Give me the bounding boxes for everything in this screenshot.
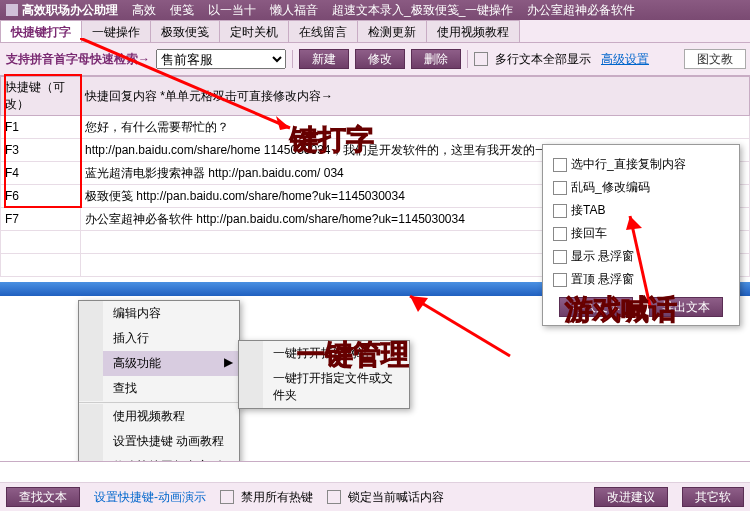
mi-video[interactable]: 使用视频教程 — [79, 404, 239, 429]
category-select[interactable]: 售前客服 — [156, 49, 286, 69]
tab-update[interactable]: 检测更新 — [357, 20, 427, 42]
top-link[interactable]: 办公室超神必备软件 — [527, 2, 635, 19]
disable-all-checkbox[interactable]: 禁用所有热键 — [220, 489, 313, 506]
lock-shout-checkbox[interactable]: 锁定当前喊话内容 — [327, 489, 444, 506]
tab-oneclick[interactable]: 一键操作 — [81, 20, 151, 42]
opt-copy[interactable]: 选中行_直接复制内容 — [551, 153, 731, 176]
search-hint: 支持拼音首字母快速检索→ — [6, 51, 150, 68]
main-area: 快捷键（可改）快捷回复内容 *单单元格双击可直接修改内容→ F1您好，有什么需要… — [0, 76, 750, 468]
mi-set-anim[interactable]: 设置快捷键 动画教程 — [79, 429, 239, 454]
mi-advanced[interactable]: 高级功能▶ — [79, 351, 239, 376]
app-icon — [6, 4, 18, 16]
mi-find[interactable]: 查找 — [79, 376, 239, 401]
tab-notes[interactable]: 极致便笺 — [150, 20, 220, 42]
bottom-bar: 查找文本 设置快捷键-动画演示 禁用所有热键 锁定当前喊话内容 改进建议 其它软 — [0, 461, 750, 511]
opt-tab[interactable]: 接TAB — [551, 199, 731, 222]
opt-float[interactable]: 显示 悬浮窗 — [551, 245, 731, 268]
pictext-button[interactable]: 图文教 — [684, 49, 746, 69]
tab-shutdown[interactable]: 定时关机 — [219, 20, 289, 42]
opt-encoding[interactable]: 乱码_修改编码 — [551, 176, 731, 199]
smi-open-file[interactable]: 一键打开指定文件或文件夹 — [239, 366, 409, 408]
submenu: 一键打开指定网站 一键打开指定文件或文件夹 — [238, 340, 410, 409]
advanced-popup: 选中行_直接复制内容 乱码_修改编码 接TAB 接回车 显示 悬浮窗 置顶 悬浮… — [542, 144, 740, 326]
import-button[interactable]: 导入文本 — [559, 297, 633, 317]
top-link[interactable]: 懒人福音 — [270, 2, 318, 19]
set-hotkey-link[interactable]: 设置快捷键-动画演示 — [94, 489, 206, 506]
edit-button[interactable]: 修改 — [355, 49, 405, 69]
top-link[interactable]: 便笺 — [170, 2, 194, 19]
tab-msg[interactable]: 在线留言 — [288, 20, 358, 42]
other-soft-button[interactable]: 其它软 — [682, 487, 744, 507]
top-link[interactable]: 高效 — [132, 2, 156, 19]
svg-line-2 — [410, 296, 510, 356]
top-link[interactable]: 超速文本录入_极致便笺_一键操作 — [332, 2, 513, 19]
col-content: 快捷回复内容 *单单元格双击可直接修改内容→ — [81, 77, 750, 116]
tab-hotkey[interactable]: 快捷键打字 — [0, 20, 82, 42]
arrow-icon — [400, 286, 520, 366]
opt-top[interactable]: 置顶 悬浮窗 — [551, 268, 731, 291]
chevron-right-icon: ▶ — [224, 355, 233, 369]
export-button[interactable]: 导出文本 — [649, 297, 723, 317]
toolbar: 支持拼音首字母快速检索→ 售前客服 新建 修改 删除 多行文本全部显示 高级设置… — [0, 43, 750, 76]
multiline-checkbox[interactable]: 多行文本全部显示 — [474, 51, 591, 68]
col-hotkey: 快捷键（可改） — [1, 77, 81, 116]
smi-open-site[interactable]: 一键打开指定网站 — [239, 341, 409, 366]
mi-insert[interactable]: 插入行 — [79, 326, 239, 351]
find-text-button[interactable]: 查找文本 — [6, 487, 80, 507]
delete-button[interactable]: 删除 — [411, 49, 461, 69]
top-link[interactable]: 以一当十 — [208, 2, 256, 19]
new-button[interactable]: 新建 — [299, 49, 349, 69]
main-tabs: 快捷键打字 一键操作 极致便笺 定时关机 在线留言 检测更新 使用视频教程 — [0, 20, 750, 43]
title-bar: 高效职场办公助理 高效 便笺 以一当十 懒人福音 超速文本录入_极致便笺_一键操… — [0, 0, 750, 20]
suggest-button[interactable]: 改进建议 — [594, 487, 668, 507]
mi-edit[interactable]: 编辑内容 — [79, 301, 239, 326]
svg-marker-3 — [410, 296, 428, 312]
tab-video[interactable]: 使用视频教程 — [426, 20, 520, 42]
table-row: F1您好，有什么需要帮忙的？ — [1, 116, 750, 139]
opt-enter[interactable]: 接回车 — [551, 222, 731, 245]
app-title: 高效职场办公助理 — [6, 2, 118, 19]
advanced-settings-link[interactable]: 高级设置 — [601, 51, 649, 68]
